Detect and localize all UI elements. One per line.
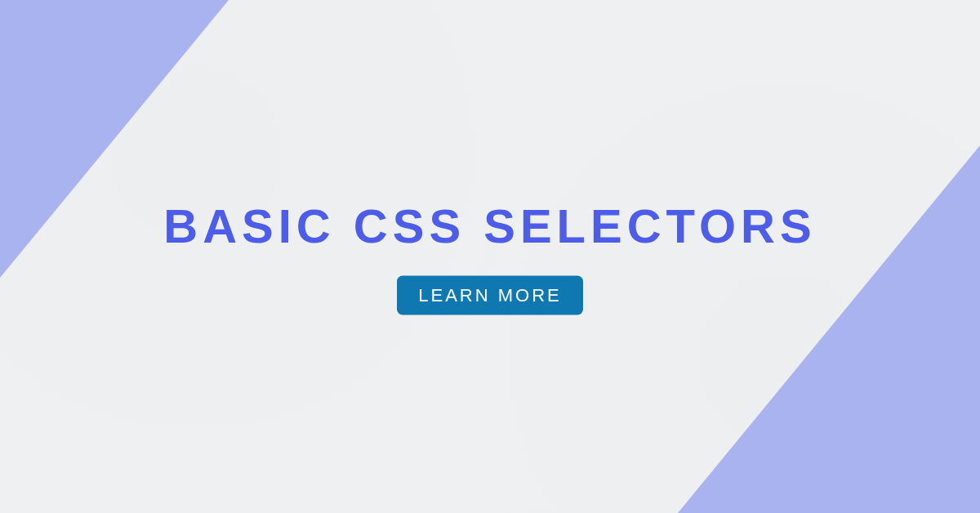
learn-more-button[interactable]: LEARN MORE [397, 276, 582, 315]
hero-content: BASIC CSS SELECTORS LEARN MORE [0, 199, 980, 315]
page-title: BASIC CSS SELECTORS [0, 199, 980, 253]
